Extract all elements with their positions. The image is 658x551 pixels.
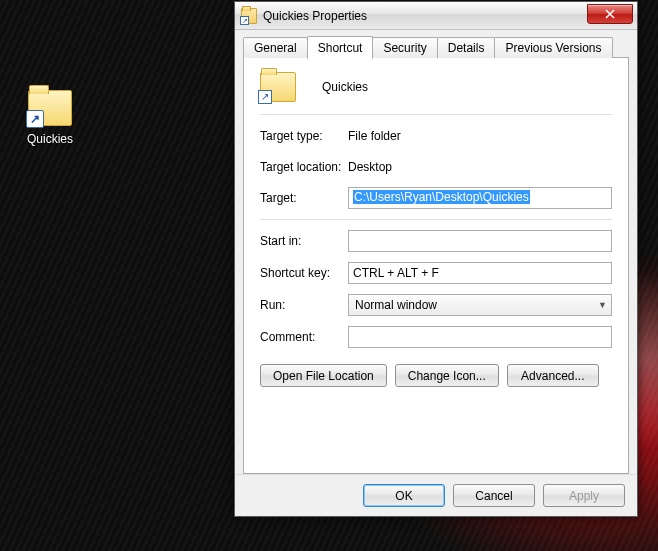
chevron-down-icon: ▼: [598, 300, 607, 310]
comment-input[interactable]: [348, 326, 612, 348]
shortcut-folder-icon: ↗: [260, 72, 296, 102]
tab-panel-shortcut: ↗ Quickies Target type: File folder Targ…: [243, 58, 629, 474]
cancel-button[interactable]: Cancel: [453, 484, 535, 507]
shortcut-arrow-icon: ↗: [258, 90, 272, 104]
start-in-input[interactable]: [348, 230, 612, 252]
shortcut-key-input[interactable]: [348, 262, 612, 284]
shortcut-arrow-icon: ↗: [26, 110, 44, 128]
label-target-location: Target location:: [260, 160, 348, 174]
shortcut-name: Quickies: [322, 80, 368, 94]
label-target-type: Target type:: [260, 129, 348, 143]
label-shortcut-key: Shortcut key:: [260, 266, 348, 280]
dialog-footer: OK Cancel Apply: [235, 474, 637, 516]
change-icon-button[interactable]: Change Icon...: [395, 364, 499, 387]
label-run: Run:: [260, 298, 348, 312]
apply-button[interactable]: Apply: [543, 484, 625, 507]
label-start-in: Start in:: [260, 234, 348, 248]
tab-previous-versions[interactable]: Previous Versions: [494, 37, 612, 58]
run-select-value: Normal window: [355, 298, 437, 312]
titlebar[interactable]: ↗ Quickies Properties: [235, 2, 637, 30]
open-file-location-button[interactable]: Open File Location: [260, 364, 387, 387]
target-input[interactable]: C:\Users\Ryan\Desktop\Quickies: [348, 187, 612, 209]
tab-general[interactable]: General: [243, 37, 308, 58]
window-title: Quickies Properties: [263, 9, 367, 23]
target-input-value: C:\Users\Ryan\Desktop\Quickies: [353, 190, 530, 204]
run-select[interactable]: Normal window ▼: [348, 294, 612, 316]
ok-button[interactable]: OK: [363, 484, 445, 507]
value-target-location: Desktop: [348, 160, 392, 174]
label-target: Target:: [260, 191, 348, 205]
desktop-shortcut[interactable]: ↗ Quickies: [14, 90, 86, 146]
tab-security[interactable]: Security: [372, 37, 437, 58]
tab-details[interactable]: Details: [437, 37, 496, 58]
titlebar-folder-icon: ↗: [241, 8, 257, 24]
properties-dialog: ↗ Quickies Properties General Shortcut S…: [234, 1, 638, 517]
tab-shortcut[interactable]: Shortcut: [307, 36, 374, 59]
desktop-shortcut-label: Quickies: [14, 132, 86, 146]
tabstrip: General Shortcut Security Details Previo…: [243, 36, 629, 58]
value-target-type: File folder: [348, 129, 401, 143]
label-comment: Comment:: [260, 330, 348, 344]
advanced-button[interactable]: Advanced...: [507, 364, 599, 387]
close-button[interactable]: [587, 4, 633, 24]
close-icon: [605, 9, 615, 19]
divider: [260, 114, 612, 115]
divider: [260, 219, 612, 220]
titlebar-shortcut-arrow-icon: ↗: [240, 16, 249, 25]
folder-icon: ↗: [28, 90, 72, 126]
